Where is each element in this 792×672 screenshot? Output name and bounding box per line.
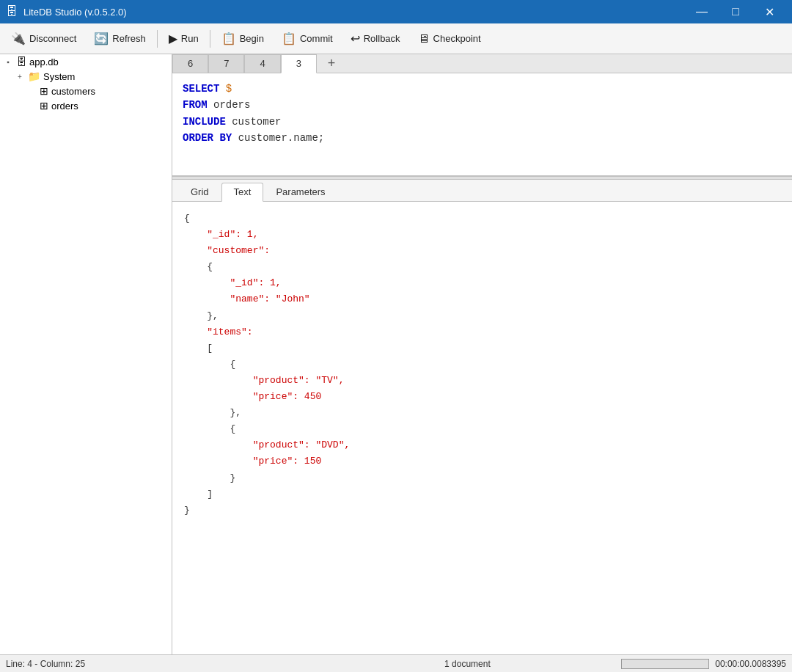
- run-label: Run: [181, 33, 199, 44]
- begin-button[interactable]: 📋 Begin: [213, 27, 272, 51]
- system-label: System: [43, 71, 75, 82]
- checkpoint-icon: 🖥: [418, 32, 430, 45]
- tab-3[interactable]: 3: [281, 54, 317, 73]
- add-tab-button[interactable]: +: [317, 54, 346, 73]
- document-tabs: 6 7 4 3 +: [172, 54, 792, 73]
- json-line-14: {: [184, 421, 780, 437]
- begin-icon: 📋: [221, 32, 236, 45]
- customers-icon: ⊞: [40, 85, 48, 97]
- order-keyword: ORDER: [183, 132, 213, 144]
- query-line-2: FROM orders: [183, 97, 782, 113]
- disconnect-label: Disconnect: [29, 33, 76, 44]
- sidebar-item-orders[interactable]: ⊞ orders: [23, 98, 172, 113]
- rollback-icon: ↩: [351, 32, 360, 45]
- checkpoint-button[interactable]: 🖥 Checkpoint: [410, 27, 489, 51]
- commit-button[interactable]: 📋 Commit: [274, 27, 341, 51]
- title-bar: 🗄 LiteDB Studio (v.0.5.2.0) — □ ✕: [0, 0, 792, 23]
- minimize-button[interactable]: —: [685, 0, 719, 23]
- json-line-9: [: [184, 340, 780, 357]
- orders-label: orders: [51, 101, 78, 112]
- query-line-1: SELECT $: [183, 81, 782, 97]
- run-button[interactable]: ▶ Run: [161, 27, 207, 51]
- system-expand-icon: +: [15, 73, 25, 81]
- json-line-10: {: [184, 357, 780, 373]
- content-area: 6 7 4 3 + SELECT $ FROM orders INCLUDE c…: [172, 54, 792, 654]
- rollback-label: Rollback: [364, 33, 400, 44]
- main-area: ▪ 🗄 app.db + 📁 System ⊞ customers ⊞ orde: [0, 54, 792, 654]
- status-progress-bar: [621, 659, 709, 669]
- refresh-button[interactable]: 🔄 Refresh: [86, 27, 154, 51]
- disconnect-button[interactable]: 🔌 Disconnect: [3, 27, 84, 51]
- run-icon: ▶: [169, 32, 177, 45]
- result-tab-text[interactable]: Text: [221, 183, 264, 202]
- tab-4[interactable]: 4: [244, 54, 280, 73]
- json-line-11: "product": "TV",: [184, 373, 780, 389]
- json-line-4: {: [184, 259, 780, 275]
- json-line-3: "customer":: [184, 243, 780, 259]
- json-line-17: }: [184, 470, 780, 486]
- from-table: orders: [213, 99, 250, 111]
- json-line-12: "price": 450: [184, 389, 780, 405]
- json-line-5: "_id": 1,: [184, 275, 780, 291]
- json-line-2: "_id": 1,: [184, 227, 780, 243]
- tab-7[interactable]: 7: [208, 54, 244, 73]
- tab-6[interactable]: 6: [172, 54, 208, 73]
- commit-icon: 📋: [282, 32, 296, 45]
- include-keyword: INCLUDE: [183, 116, 226, 128]
- result-tab-grid[interactable]: Grid: [178, 183, 221, 201]
- db-icon: 🗄: [16, 56, 26, 67]
- status-time: 00:00:00.0083395: [715, 659, 786, 669]
- json-line-6: "name": "John": [184, 291, 780, 307]
- orders-icon: ⊞: [40, 100, 48, 112]
- include-table: customer: [232, 116, 281, 128]
- refresh-icon: 🔄: [94, 32, 109, 45]
- result-tabs: Grid Text Parameters: [172, 180, 792, 202]
- checkpoint-label: Checkpoint: [433, 33, 481, 44]
- status-right: 00:00:00.0083395: [621, 659, 786, 669]
- status-documents: 1 document: [314, 659, 622, 669]
- commit-label: Commit: [300, 33, 333, 44]
- table-children: ⊞ customers ⊞ orders: [12, 84, 172, 113]
- db-children: + 📁 System ⊞ customers ⊞ orders: [0, 69, 172, 113]
- json-line-7: },: [184, 308, 780, 324]
- sidebar-item-db[interactable]: ▪ 🗄 app.db: [0, 54, 172, 69]
- result-text-view[interactable]: { "_id": 1, "customer": { "_id": 1, "nam…: [172, 202, 792, 654]
- rollback-button[interactable]: ↩ Rollback: [342, 27, 408, 51]
- disconnect-icon: 🔌: [11, 32, 26, 45]
- sidebar-item-system[interactable]: + 📁 System: [12, 69, 172, 84]
- maximize-button[interactable]: □: [719, 0, 752, 23]
- query-editor[interactable]: SELECT $ FROM orders INCLUDE customer OR…: [172, 73, 792, 176]
- result-tab-parameters[interactable]: Parameters: [263, 183, 337, 201]
- toolbar: 🔌 Disconnect 🔄 Refresh ▶ Run 📋 Begin 📋 C…: [0, 23, 792, 54]
- dollar-sign: $: [226, 83, 232, 95]
- json-line-19: }: [184, 503, 780, 519]
- app-title: LiteDB Studio (v.0.5.2.0): [23, 7, 679, 18]
- expand-icon: ▪: [3, 58, 13, 66]
- customers-label: customers: [51, 86, 95, 97]
- app-icon: 🗄: [6, 5, 18, 18]
- json-line-13: },: [184, 405, 780, 421]
- order-field: customer.name;: [238, 132, 325, 144]
- window-controls: — □ ✕: [685, 0, 786, 23]
- result-area: Grid Text Parameters { "_id": 1, "custom…: [172, 180, 792, 654]
- json-line-18: ]: [184, 486, 780, 503]
- system-icon: 📁: [28, 70, 40, 82]
- status-bar: Line: 4 - Column: 25 1 document 00:00:00…: [0, 654, 792, 672]
- query-line-4: ORDER BY customer.name;: [183, 130, 782, 146]
- json-line-8: "items":: [184, 324, 780, 340]
- json-line-15: "product": "DVD",: [184, 437, 780, 453]
- separator-2: [210, 30, 210, 48]
- sidebar: ▪ 🗄 app.db + 📁 System ⊞ customers ⊞ orde: [0, 54, 172, 654]
- select-keyword: SELECT: [183, 83, 219, 95]
- json-line-16: "price": 150: [184, 453, 780, 470]
- json-line-1: {: [184, 211, 780, 227]
- close-button[interactable]: ✕: [752, 0, 786, 23]
- status-position: Line: 4 - Column: 25: [6, 659, 314, 669]
- sidebar-item-customers[interactable]: ⊞ customers: [23, 84, 172, 98]
- db-name: app.db: [29, 56, 59, 67]
- separator-1: [157, 30, 158, 48]
- begin-label: Begin: [240, 33, 264, 44]
- by-keyword: BY: [219, 132, 232, 144]
- refresh-label: Refresh: [112, 33, 146, 44]
- query-line-3: INCLUDE customer: [183, 114, 782, 130]
